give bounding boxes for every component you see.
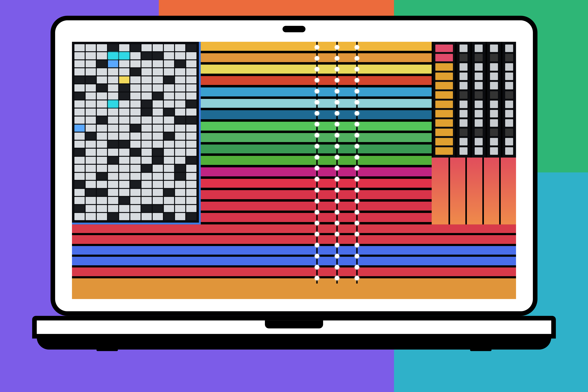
left-grid-panel <box>72 42 201 224</box>
hinge-notch <box>265 320 323 328</box>
laptop-screen <box>72 42 516 299</box>
laptop-illustration <box>32 16 556 350</box>
lower-tracks <box>72 224 516 299</box>
meter-column <box>432 42 455 158</box>
meter-column <box>470 42 486 158</box>
right-meter-panel <box>432 42 516 158</box>
meter-column <box>486 42 501 158</box>
meter-column <box>501 42 516 158</box>
lower-track <box>72 278 516 299</box>
lower-track <box>72 224 516 235</box>
laptop-lid <box>50 16 538 316</box>
lower-track <box>72 235 516 246</box>
laptop-base <box>32 316 556 350</box>
lower-track <box>72 257 516 268</box>
right-panel-lower <box>432 158 516 224</box>
lower-track <box>72 246 516 257</box>
meter-column <box>455 42 470 158</box>
lower-track <box>72 268 516 278</box>
camera-icon <box>282 26 306 32</box>
